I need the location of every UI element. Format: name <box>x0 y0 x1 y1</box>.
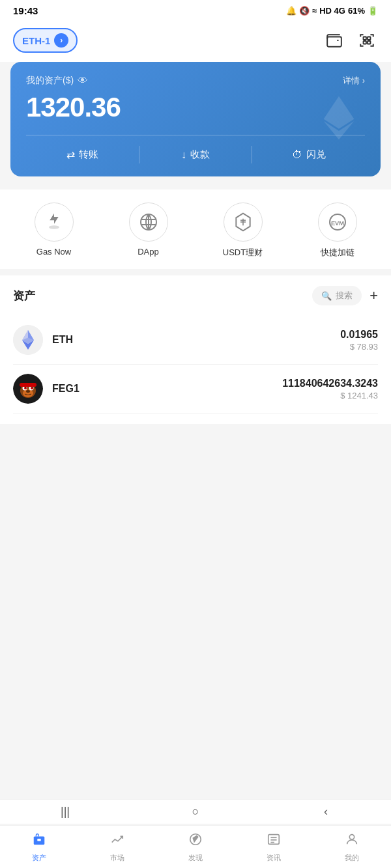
recent-button[interactable]: ‹ <box>313 805 339 819</box>
asset-card: 我的资产($) 👁 详情 › 1320.36 ⇄ 转账 ↓ 收款 ⏱ 闪兑 <box>10 62 381 176</box>
usdt-icon <box>224 203 263 242</box>
tab-market[interactable]: 市场 <box>91 832 143 863</box>
wallet-icon[interactable] <box>323 29 345 51</box>
svg-rect-0 <box>327 37 341 47</box>
news-tab-label: 资讯 <box>267 853 281 863</box>
top-nav: ETH-1 › <box>0 21 391 62</box>
assets-tab-icon <box>32 832 46 850</box>
discover-tab-label: 发现 <box>188 853 203 863</box>
svg-rect-1 <box>364 37 366 40</box>
eye-icon[interactable]: 👁 <box>78 75 88 87</box>
status-icons: 🔔 🔇 ≈ HD 4G 61% 🔋 <box>286 6 378 16</box>
dapp-label: DApp <box>138 247 159 257</box>
system-nav: ||| ○ ‹ <box>0 799 391 824</box>
detail-link[interactable]: 详情 › <box>343 75 365 87</box>
mine-tab-label: 我的 <box>345 853 359 863</box>
search-icon: 🔍 <box>321 291 332 301</box>
network-arrow-icon: › <box>54 33 68 48</box>
status-time: 19:43 <box>13 5 38 16</box>
quick-item-dapp[interactable]: DApp <box>123 203 175 259</box>
scan-icon[interactable] <box>356 29 378 51</box>
network-label: ETH-1 <box>22 35 50 46</box>
mute-icon: 🔇 <box>299 6 310 16</box>
tab-discover[interactable]: 发现 <box>169 832 222 863</box>
assets-tab-label: 资产 <box>32 853 46 863</box>
feg1-logo <box>13 374 43 404</box>
svg-marker-25 <box>193 836 197 842</box>
receive-label: 收款 <box>190 148 210 161</box>
battery-label: 61% <box>348 6 365 16</box>
battery-icon: 🔋 <box>368 6 378 16</box>
transfer-label: 转账 <box>79 148 98 161</box>
eth-values: 0.01965 $ 78.93 <box>340 329 378 352</box>
eth-usd: $ 78.93 <box>340 342 378 352</box>
evm-label: 快捷加链 <box>321 247 355 259</box>
home-button[interactable]: ○ <box>182 805 209 819</box>
nav-icons <box>323 29 378 51</box>
token-row-eth[interactable]: ETH 0.01965 $ 78.93 <box>13 316 378 365</box>
usdt-label: USDT理财 <box>223 247 263 259</box>
eth-amount: 0.01965 <box>340 329 378 341</box>
quick-menu: Gas Now DApp USDT <box>0 189 391 269</box>
svg-point-5 <box>49 225 59 229</box>
feg1-usd: $ 1241.43 <box>282 391 378 400</box>
evm-icon: EVM <box>318 203 357 242</box>
assets-controls: 🔍 搜索 + <box>312 286 378 305</box>
assets-header: 资产 🔍 搜索 + <box>13 286 378 305</box>
token-row-feg1[interactable]: FEG1 111840642634.3243 $ 1241.43 <box>13 365 378 413</box>
gas-now-label: Gas Now <box>36 247 71 257</box>
feg1-amount: 111840642634.3243 <box>282 378 378 389</box>
receive-button[interactable]: ↓ 收款 <box>139 146 252 163</box>
eth-watermark <box>313 92 365 147</box>
signal-label: HD 4G <box>319 6 345 16</box>
transfer-button[interactable]: ⇄ 转账 <box>26 146 139 163</box>
receive-icon: ↓ <box>181 149 186 161</box>
quick-item-usdt[interactable]: USDT理财 <box>217 203 269 259</box>
wifi-icon: ≈ <box>312 6 317 16</box>
feg1-values: 111840642634.3243 $ 1241.43 <box>282 378 378 400</box>
quick-item-gas-now[interactable]: Gas Now <box>28 203 80 259</box>
swap-icon: ⏱ <box>292 149 302 161</box>
svg-rect-21 <box>20 383 36 387</box>
svg-text:EVM: EVM <box>330 220 343 227</box>
network-badge[interactable]: ETH-1 › <box>13 28 78 53</box>
dapp-icon <box>129 203 168 242</box>
discover-tab-icon <box>188 832 203 850</box>
status-bar: 19:43 🔔 🔇 ≈ HD 4G 61% 🔋 <box>0 0 391 21</box>
quick-item-evm[interactable]: EVM 快捷加链 <box>311 203 364 259</box>
assets-section: 资产 🔍 搜索 + ETH 0 <box>0 275 391 424</box>
market-tab-label: 市场 <box>110 853 124 863</box>
swap-label: 闪兑 <box>306 148 326 161</box>
svg-rect-23 <box>37 839 41 841</box>
tab-assets[interactable]: 资产 <box>13 832 65 863</box>
tab-bar: 资产 市场 发现 资讯 <box>0 825 391 868</box>
eth-logo <box>13 325 43 355</box>
svg-rect-2 <box>368 37 370 40</box>
svg-point-19 <box>32 387 33 389</box>
add-token-button[interactable]: + <box>369 287 378 304</box>
gas-now-icon <box>35 203 74 242</box>
assets-title: 资产 <box>13 288 35 303</box>
tab-mine[interactable]: 我的 <box>326 832 378 863</box>
tab-news[interactable]: 资讯 <box>248 832 300 863</box>
swap-button[interactable]: ⏱ 闪兑 <box>252 146 365 163</box>
svg-point-18 <box>25 387 27 389</box>
asset-label: 我的资产($) 👁 <box>26 75 88 87</box>
eth-symbol: ETH <box>52 334 331 346</box>
svg-point-20 <box>26 390 30 393</box>
alarm-icon: 🔔 <box>286 6 297 16</box>
news-tab-icon <box>267 832 281 850</box>
mine-tab-icon <box>345 832 359 850</box>
svg-point-30 <box>349 835 354 839</box>
back-button[interactable]: ||| <box>52 805 78 819</box>
feg1-symbol: FEG1 <box>52 383 273 395</box>
svg-rect-3 <box>364 41 366 44</box>
svg-rect-4 <box>368 41 370 44</box>
search-box[interactable]: 🔍 搜索 <box>312 286 362 305</box>
market-tab-icon <box>110 832 124 850</box>
search-placeholder: 搜索 <box>336 290 353 301</box>
transfer-icon: ⇄ <box>66 148 75 161</box>
